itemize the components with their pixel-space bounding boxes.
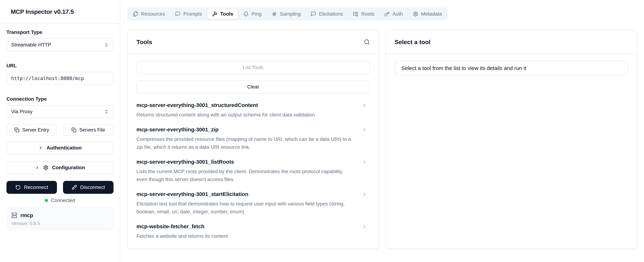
connection-type-label: Connection Type (6, 96, 114, 102)
server-buttons-row: Server Entry Servers File (6, 124, 114, 136)
detail-panel-title: Select a tool (394, 39, 430, 46)
server-name: rmcp (20, 212, 33, 218)
tab-label: Elicitations (319, 11, 343, 17)
tab-label: Sampling (280, 11, 301, 17)
tool-list-item[interactable]: mcp-server-everything-3001_startElicitat… (136, 191, 370, 216)
app-window: MCP Inspector v0.17.5 Transport Type Str… (0, 0, 644, 262)
tab-tools[interactable]: Tools (207, 9, 238, 19)
bell-icon (243, 11, 249, 17)
tool-name: mcp-website-fetcher_fetch (136, 223, 354, 230)
reconnect-label: Reconnect (24, 184, 48, 190)
tab-label: Metadata (421, 11, 442, 17)
tab-metadata[interactable]: Metadata (408, 9, 447, 19)
server-entry-button[interactable]: Server Entry (6, 124, 57, 136)
disconnect-label: Disconnect (80, 184, 105, 190)
tab-label: Roots (361, 11, 374, 17)
connection-type-select[interactable]: Via Proxy (6, 105, 114, 118)
rotate-ccw-icon (16, 185, 21, 190)
tools-panel-body: List Tools Clear mcp-server-everything-3… (128, 54, 379, 249)
detail-panel-body: Select a tool from the list to view its … (386, 54, 637, 83)
chevron-right-icon (38, 146, 43, 150)
unplug-icon (72, 185, 77, 190)
reconnect-button[interactable]: Reconnect (6, 181, 57, 194)
search-icon[interactable] (364, 39, 370, 45)
empty-state-message: Select a tool from the list to view its … (394, 61, 628, 76)
tool-list-item[interactable]: mcp-server-everything-3001_listRoots Lis… (136, 159, 370, 183)
status-dot-icon (45, 199, 48, 202)
tool-name: mcp-server-everything-3001_listRoots (136, 159, 354, 165)
tab-label: Prompts (183, 11, 202, 17)
chevron-right-icon (362, 159, 367, 165)
chevron-right-icon (362, 103, 367, 108)
copy-icon (72, 127, 76, 133)
url-input[interactable]: http://localhost:8080/mcp (6, 72, 114, 85)
tool-name: mcp-server-everything-3001_structuredCon… (136, 102, 354, 108)
connection-buttons-row: Reconnect Disconnect (6, 181, 114, 194)
tool-description: Elicitation test tool that demonstrates … (136, 200, 354, 216)
content-panels: Tools List Tools Clear mcp-server-everyt… (127, 30, 637, 249)
authentication-label: Authentication (46, 145, 82, 151)
tab-label: Ping (252, 11, 262, 17)
tool-name: mcp-server-everything-3001_zip (136, 126, 354, 133)
chevron-right-icon (362, 224, 367, 229)
status-label: Connected (51, 198, 75, 203)
tools-panel: Tools List Tools Clear mcp-server-everyt… (127, 30, 379, 249)
server-version: Version: 0.8.5 (12, 221, 108, 226)
tool-list-item[interactable]: mcp-server-everything-3001_structuredCon… (136, 102, 370, 119)
connection-status: Connected (6, 197, 114, 203)
main-area: Resources Prompts Tools Ping (120, 0, 644, 262)
sidebar-body: Transport Type Streamable HTTP URL http:… (0, 29, 120, 230)
chevron-right-icon (362, 192, 367, 197)
message-square-icon (175, 11, 180, 17)
tool-list-item[interactable]: mcp-website-fetcher_fetch Fetches a webs… (136, 223, 370, 240)
transport-type-label: Transport Type (6, 29, 114, 35)
tab-label: Tools (220, 11, 233, 17)
gear-icon (43, 165, 48, 170)
tool-description: Lists the current MCP roots provided by … (136, 168, 354, 183)
servers-file-label: Servers File (79, 127, 105, 133)
tab-auth[interactable]: Auth (380, 9, 408, 19)
list-tools-button[interactable]: List Tools (136, 61, 370, 74)
tool-description: Fetches a website and returns its conten… (136, 232, 354, 240)
hammer-icon (212, 11, 217, 17)
sidebar-header: MCP Inspector v0.17.5 (0, 0, 120, 24)
chevrons-up-down-icon (104, 109, 109, 114)
detail-panel-header: Select a tool (386, 30, 637, 54)
tab-elicitations[interactable]: Elicitations (306, 9, 348, 19)
tools-panel-title: Tools (136, 39, 152, 46)
copy-icon (14, 127, 19, 133)
sidebar: MCP Inspector v0.17.5 Transport Type Str… (0, 0, 120, 262)
chevrons-up-down-icon (104, 43, 109, 47)
server-info-card: rmcp Version: 0.8.5 (6, 207, 114, 230)
authentication-toggle[interactable]: Authentication (6, 142, 114, 154)
message-square-icon (311, 11, 316, 17)
folder-tree-icon (353, 11, 358, 17)
tools-panel-header: Tools (128, 30, 379, 54)
tab-sampling[interactable]: Sampling (267, 9, 306, 19)
tab-roots[interactable]: Roots (348, 9, 379, 19)
disconnect-button[interactable]: Disconnect (63, 181, 114, 194)
clear-button[interactable]: Clear (136, 80, 370, 93)
transport-type-select[interactable]: Streamable HTTP (6, 38, 114, 51)
chevron-right-icon (35, 165, 40, 170)
url-value: http://localhost:8080/mcp (11, 76, 84, 81)
tab-ping[interactable]: Ping (239, 9, 266, 19)
tab-prompts[interactable]: Prompts (170, 9, 206, 19)
app-title: MCP Inspector v0.17.5 (11, 8, 74, 15)
connection-type-value: Via Proxy (11, 109, 32, 114)
gear-icon (413, 11, 418, 17)
transport-type-value: Streamable HTTP (11, 42, 51, 48)
tool-name: mcp-server-everything-3001_startElicitat… (136, 191, 354, 197)
tool-description: Returns structured content along with an… (136, 111, 354, 119)
tab-bar: Resources Prompts Tools Ping (127, 8, 448, 21)
server-icon (12, 212, 17, 218)
hash-icon (272, 11, 277, 17)
key-icon (384, 11, 390, 17)
tool-list-item[interactable]: mcp-server-everything-3001_zip Compresse… (136, 126, 370, 151)
tab-resources[interactable]: Resources (128, 9, 170, 19)
tool-detail-panel: Select a tool Select a tool from the lis… (385, 30, 637, 249)
files-icon (133, 11, 138, 17)
configuration-toggle[interactable]: Configuration (6, 161, 114, 174)
chevron-right-icon (362, 127, 367, 133)
servers-file-button[interactable]: Servers File (63, 124, 114, 136)
